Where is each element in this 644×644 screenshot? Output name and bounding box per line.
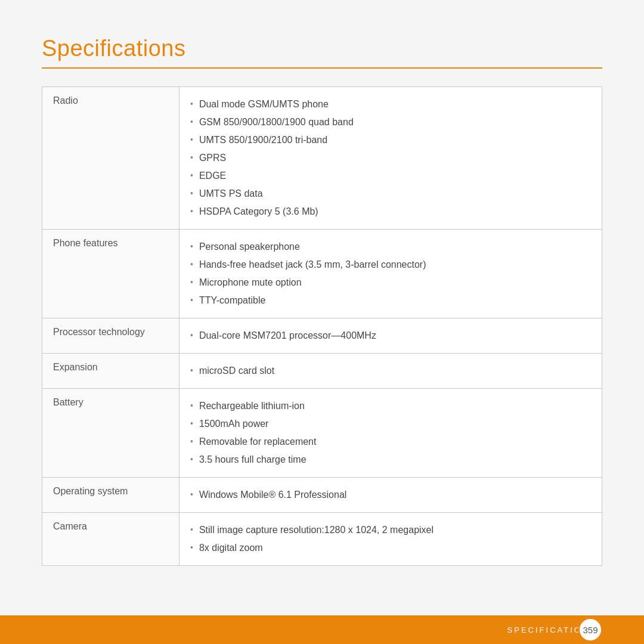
- spec-category: Expansion: [42, 354, 179, 389]
- list-item: TTY-compatible: [190, 292, 591, 309]
- list-item: Removable for replacement: [190, 433, 591, 451]
- spec-items: microSD card slot: [179, 354, 602, 389]
- list-item: UMTS PS data: [190, 185, 591, 203]
- list-item: Dual mode GSM/UMTS phone: [190, 95, 591, 113]
- table-row: BatteryRechargeable lithium-ion1500mAh p…: [42, 389, 602, 478]
- list-item: GSM 850/900/1800/1900 quad band: [190, 113, 591, 131]
- spec-category: Radio: [42, 87, 179, 230]
- list-item: Hands-free headset jack (3.5 mm, 3-barre…: [190, 256, 591, 274]
- page: Specifications RadioDual mode GSM/UMTS p…: [0, 0, 644, 644]
- list-item: Windows Mobile® 6.1 Professional: [190, 486, 591, 504]
- list-item: 1500mAh power: [190, 415, 591, 433]
- list-item: microSD card slot: [190, 362, 591, 380]
- list-item: HSDPA Category 5 (3.6 Mb): [190, 203, 591, 221]
- list-item: EDGE: [190, 167, 591, 185]
- table-row: RadioDual mode GSM/UMTS phoneGSM 850/900…: [42, 87, 602, 230]
- list-item: Dual-core MSM7201 processor—400MHz: [190, 327, 591, 345]
- page-title: Specifications: [42, 36, 602, 61]
- list-item: Personal speakerphone: [190, 238, 591, 256]
- spec-items: Windows Mobile® 6.1 Professional: [179, 478, 602, 513]
- list-item: UMTS 850/1900/2100 tri-band: [190, 131, 591, 149]
- table-row: ExpansionmicroSD card slot: [42, 354, 602, 389]
- spec-category: Operating system: [42, 478, 179, 513]
- table-row: Operating systemWindows Mobile® 6.1 Prof…: [42, 478, 602, 513]
- specs-table: RadioDual mode GSM/UMTS phoneGSM 850/900…: [42, 86, 602, 566]
- list-item: GPRS: [190, 149, 591, 167]
- footer-page-number: 359: [578, 618, 602, 642]
- spec-items: Rechargeable lithium-ion1500mAh powerRem…: [179, 389, 602, 478]
- spec-category: Battery: [42, 389, 179, 478]
- list-item: Still image capture resolution:1280 x 10…: [190, 521, 591, 539]
- list-item: 3.5 hours full charge time: [190, 451, 591, 469]
- list-item: 8x digital zoom: [190, 539, 591, 557]
- table-row: CameraStill image capture resolution:128…: [42, 513, 602, 566]
- spec-items: Dual mode GSM/UMTS phoneGSM 850/900/1800…: [179, 87, 602, 230]
- spec-items: Personal speakerphoneHands-free headset …: [179, 230, 602, 318]
- list-item: Rechargeable lithium-ion: [190, 397, 591, 415]
- spec-items: Dual-core MSM7201 processor—400MHz: [179, 318, 602, 354]
- table-row: Processor technologyDual-core MSM7201 pr…: [42, 318, 602, 354]
- table-row: Phone featuresPersonal speakerphoneHands…: [42, 230, 602, 318]
- spec-category: Camera: [42, 513, 179, 566]
- spec-category: Processor technology: [42, 318, 179, 354]
- title-divider: [42, 67, 602, 69]
- footer-bar: SPECIFICATIONS: [0, 615, 644, 644]
- list-item: Microphone mute option: [190, 274, 591, 292]
- spec-category: Phone features: [42, 230, 179, 318]
- spec-items: Still image capture resolution:1280 x 10…: [179, 513, 602, 566]
